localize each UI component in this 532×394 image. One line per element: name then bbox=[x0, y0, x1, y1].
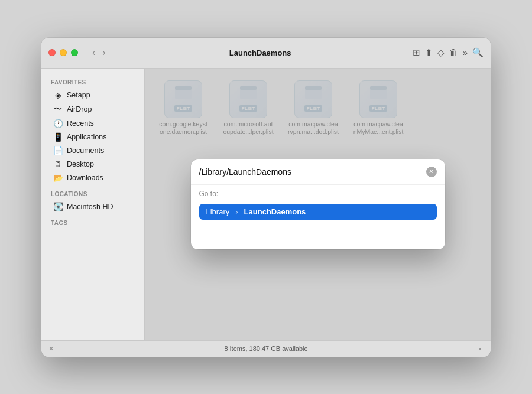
suggestion-library: Library bbox=[206, 207, 230, 216]
main-area: PLIST com.google.keystone.daemon.plist P… bbox=[145, 69, 491, 340]
downloads-icon: 📂 bbox=[53, 173, 63, 183]
tag-icon[interactable]: ◇ bbox=[437, 47, 445, 58]
sidebar-item-label: Macintosh HD bbox=[67, 203, 113, 211]
hd-icon: 💽 bbox=[53, 202, 63, 211]
search-icon[interactable]: 🔍 bbox=[472, 47, 484, 58]
status-text: 8 Items, 180,47 GB available bbox=[224, 345, 307, 352]
sidebar-item-label: AirDrop bbox=[67, 105, 92, 113]
sidebar-item-label: Downloads bbox=[67, 174, 103, 182]
goto-clear-button[interactable]: ✕ bbox=[426, 167, 437, 177]
status-bar: ✕ 8 Items, 180,47 GB available ⊸ bbox=[41, 340, 491, 357]
goto-dialog: ✕ Go to: Library › LaunchDaemons bbox=[191, 159, 445, 249]
sidebar-item-downloads[interactable]: 📂 Downloads bbox=[44, 171, 142, 184]
close-button[interactable] bbox=[48, 49, 56, 56]
sidebar-item-desktop[interactable]: 🖥 Desktop bbox=[44, 158, 142, 171]
sidebar: Favorites ◈ Setapp 〜 AirDrop 🕐 Recents 📱… bbox=[41, 69, 145, 340]
recents-icon: 🕐 bbox=[53, 119, 63, 128]
sidebar-item-label: Applications bbox=[67, 133, 106, 141]
share-icon[interactable]: ⬆ bbox=[425, 47, 433, 58]
sidebar-item-label: Recents bbox=[67, 119, 94, 128]
sidebar-item-airdrop[interactable]: 〜 AirDrop bbox=[44, 102, 142, 116]
toolbar: ‹ › LaunchDaemons ⊞ ⬆ ◇ 🗑 » 🔍 bbox=[41, 38, 491, 69]
nav-buttons: ‹ › bbox=[90, 47, 108, 58]
sidebar-item-setapp[interactable]: ◈ Setapp bbox=[44, 89, 142, 102]
sidebar-item-label: Setapp bbox=[67, 91, 90, 99]
applications-icon: 📱 bbox=[53, 132, 63, 142]
sidebar-item-label: Desktop bbox=[67, 160, 94, 168]
status-slider-icon[interactable]: ⊸ bbox=[476, 345, 481, 353]
sidebar-item-label: Documents bbox=[67, 146, 104, 155]
sidebar-item-documents[interactable]: 📄 Documents bbox=[44, 144, 142, 157]
goto-spacer bbox=[191, 226, 445, 249]
favorites-label: Favorites bbox=[41, 73, 144, 88]
goto-input-row: ✕ bbox=[191, 159, 445, 185]
status-close-icon[interactable]: ✕ bbox=[48, 345, 54, 353]
maximize-button[interactable] bbox=[71, 49, 78, 56]
goto-suggestion: Library › LaunchDaemons bbox=[191, 200, 445, 226]
toolbar-icons: ⊞ ⬆ ◇ 🗑 » 🔍 bbox=[413, 47, 484, 58]
suggestion-arrow: › bbox=[235, 207, 238, 216]
goto-label: Go to: bbox=[191, 185, 445, 200]
documents-icon: 📄 bbox=[53, 146, 63, 155]
view-icon[interactable]: ⊞ bbox=[413, 47, 420, 58]
modal-overlay: ✕ Go to: Library › LaunchDaemons bbox=[145, 69, 491, 340]
desktop-icon: 🖥 bbox=[53, 159, 63, 169]
back-button[interactable]: ‹ bbox=[90, 47, 98, 58]
more-icon[interactable]: » bbox=[463, 47, 468, 58]
finder-window: ‹ › LaunchDaemons ⊞ ⬆ ◇ 🗑 » 🔍 Favorites … bbox=[41, 38, 491, 357]
minimize-button[interactable] bbox=[60, 49, 67, 56]
setapp-icon: ◈ bbox=[53, 90, 63, 100]
sidebar-item-applications[interactable]: 📱 Applications bbox=[44, 131, 142, 144]
finder-body: Favorites ◈ Setapp 〜 AirDrop 🕐 Recents 📱… bbox=[41, 69, 491, 340]
sidebar-item-macintosh-hd[interactable]: 💽 Macintosh HD bbox=[44, 200, 142, 213]
airdrop-icon: 〜 bbox=[53, 104, 63, 115]
trash-icon[interactable]: 🗑 bbox=[449, 47, 458, 58]
traffic-lights bbox=[48, 49, 78, 56]
locations-label: Locations bbox=[41, 185, 144, 200]
suggestion-launchdaemons: LaunchDaemons bbox=[244, 207, 306, 216]
sidebar-item-recents[interactable]: 🕐 Recents bbox=[44, 117, 142, 130]
forward-button[interactable]: › bbox=[100, 47, 108, 58]
window-title: LaunchDaemons bbox=[113, 48, 408, 57]
goto-input[interactable] bbox=[199, 167, 421, 177]
suggestion-item[interactable]: Library › LaunchDaemons bbox=[199, 204, 437, 220]
tags-label: Tags bbox=[41, 214, 144, 229]
